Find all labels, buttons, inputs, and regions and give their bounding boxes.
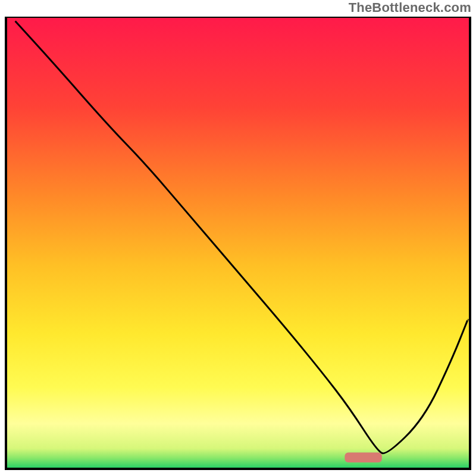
- chart-svg: [0, 17, 476, 476]
- gradient-background: [6, 17, 470, 469]
- optimal-marker: [345, 453, 381, 463]
- chart-frame: TheBottleneck.com: [0, 0, 476, 476]
- attribution-text: TheBottleneck.com: [349, 0, 471, 15]
